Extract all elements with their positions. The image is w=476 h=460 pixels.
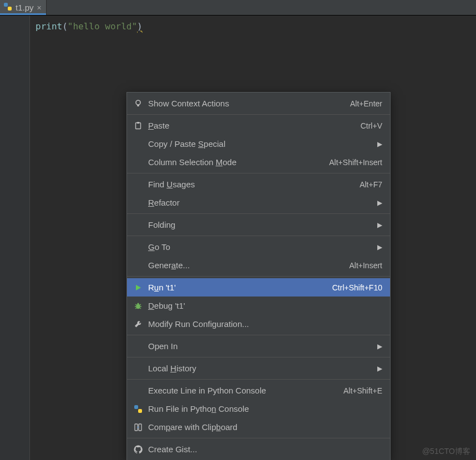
menu-item[interactable]: Debug 't1'	[127, 297, 390, 315]
close-icon[interactable]: ×	[37, 4, 42, 12]
wrench-icon	[133, 319, 144, 330]
menu-item-shortcut: Ctrl+Shift+F10	[332, 283, 382, 292]
svg-rect-16	[138, 409, 142, 413]
menu-item-label: Debug 't1'	[148, 301, 382, 310]
chevron-right-icon: ▶	[377, 221, 382, 229]
code-token-string: "hello world"	[68, 21, 137, 32]
empty-icon	[133, 242, 144, 253]
python-icon	[133, 403, 144, 415]
menu-item-shortcut: Alt+Shift+E	[343, 386, 382, 395]
tab-label: t1.py	[16, 3, 34, 12]
bulb-icon	[133, 98, 144, 109]
menu-item[interactable]: Modify Run Configuration...	[127, 315, 390, 333]
menu-item[interactable]: Find UsagesAlt+F7	[127, 175, 390, 193]
code-token-paren-close: )	[137, 21, 143, 32]
menu-item[interactable]: Run File in Python Console	[127, 400, 390, 418]
menu-item[interactable]: Run 't1'Ctrl+Shift+F10	[127, 278, 390, 297]
menu-item-shortcut: Alt+Insert	[349, 261, 382, 270]
menu-item-shortcut: Alt+Enter	[350, 99, 382, 108]
svg-line-13	[140, 308, 141, 309]
chevron-right-icon: ▶	[377, 343, 382, 350]
menu-item[interactable]: Local History▶	[127, 359, 390, 377]
menu-item[interactable]: PasteCtrl+V	[127, 116, 390, 135]
menu-item-label: Generate...	[148, 260, 338, 270]
menu-item-label: Run File in Python Console	[148, 404, 382, 413]
run-icon	[133, 282, 144, 293]
menu-item[interactable]: Open In▶	[127, 337, 390, 355]
menu-separator	[127, 379, 390, 380]
menu-item[interactable]: Create Gist...	[127, 440, 390, 458]
menu-item[interactable]: Generate...Alt+Insert	[127, 256, 390, 274]
empty-icon	[133, 139, 144, 150]
menu-item-label: Find Usages	[148, 180, 348, 189]
menu-item-label: Column Selection Mode	[148, 157, 318, 167]
menu-item[interactable]: Refactor▶	[127, 193, 390, 212]
chevron-right-icon: ▶	[377, 243, 382, 251]
svg-rect-3	[137, 105, 139, 106]
menu-item-label: Copy / Paste Special	[148, 139, 366, 149]
svg-line-12	[135, 308, 136, 309]
menu-separator	[127, 276, 390, 277]
menu-item[interactable]: Compare with Clipboard	[127, 418, 390, 436]
menu-separator	[127, 335, 390, 335]
empty-icon	[133, 219, 144, 231]
chevron-right-icon: ▶	[377, 140, 382, 148]
menu-item-shortcut: Alt+Shift+Insert	[329, 158, 382, 167]
menu-item-label: Local History	[148, 364, 366, 373]
menu-item-label: Compare with Clipboard	[148, 422, 382, 432]
chevron-right-icon: ▶	[377, 199, 382, 207]
menu-item-label: Go To	[148, 242, 366, 252]
menu-separator	[127, 357, 390, 357]
menu-item-label: Modify Run Configuration...	[148, 319, 382, 329]
menu-item[interactable]: Go To▶	[127, 238, 390, 256]
empty-icon	[133, 157, 144, 168]
svg-rect-1	[8, 7, 12, 11]
menu-item-shortcut: Ctrl+V	[361, 121, 382, 130]
menu-item-shortcut: Alt+F7	[359, 180, 382, 189]
gutter	[0, 16, 30, 460]
menu-item[interactable]: Column Selection ModeAlt+Shift+Insert	[127, 153, 390, 171]
svg-point-2	[136, 100, 140, 105]
svg-rect-18	[139, 424, 141, 431]
compare-icon	[133, 422, 144, 433]
chevron-right-icon: ▶	[377, 365, 382, 372]
menu-separator	[127, 114, 390, 115]
menu-item-label: Refactor	[148, 198, 366, 207]
menu-separator	[127, 173, 390, 173]
empty-icon	[133, 341, 144, 352]
menu-item[interactable]: Copy / Paste Special▶	[127, 135, 390, 153]
svg-rect-17	[135, 424, 138, 431]
empty-icon	[133, 197, 144, 208]
empty-icon	[133, 179, 144, 190]
menu-item-label: Open In	[148, 341, 366, 351]
menu-item[interactable]: Execute Line in Python ConsoleAlt+Shift+…	[127, 381, 390, 400]
bug-icon	[133, 300, 144, 311]
context-menu: Show Context ActionsAlt+EnterPasteCtrl+V…	[126, 92, 391, 460]
code-token-func: print	[36, 21, 62, 32]
menu-item-label: Create Gist...	[148, 444, 382, 454]
svg-rect-15	[134, 405, 138, 409]
tab-bar: t1.py ×	[0, 0, 476, 16]
svg-rect-4	[136, 122, 141, 129]
menu-item-label: Paste	[148, 121, 350, 130]
menu-item-label: Folding	[148, 220, 366, 229]
svg-marker-6	[136, 285, 141, 290]
svg-rect-0	[4, 3, 8, 7]
tab-active-indicator	[0, 13, 46, 15]
empty-icon	[133, 363, 144, 374]
svg-point-14	[137, 303, 139, 304]
python-file-icon	[3, 2, 12, 13]
menu-item[interactable]: Folding▶	[127, 216, 390, 234]
menu-item-label: Run 't1'	[148, 283, 321, 292]
svg-line-10	[135, 304, 136, 305]
code-token-paren-open: (	[62, 21, 68, 32]
menu-item-label: Execute Line in Python Console	[148, 386, 332, 395]
svg-rect-5	[137, 122, 139, 124]
menu-separator	[127, 213, 390, 214]
menu-item-label: Show Context Actions	[148, 99, 339, 108]
file-tab[interactable]: t1.py ×	[0, 0, 47, 15]
svg-line-11	[140, 304, 141, 305]
menu-separator	[127, 236, 390, 236]
watermark: @51CTO博客	[422, 447, 470, 457]
menu-item[interactable]: Show Context ActionsAlt+Enter	[127, 94, 390, 113]
